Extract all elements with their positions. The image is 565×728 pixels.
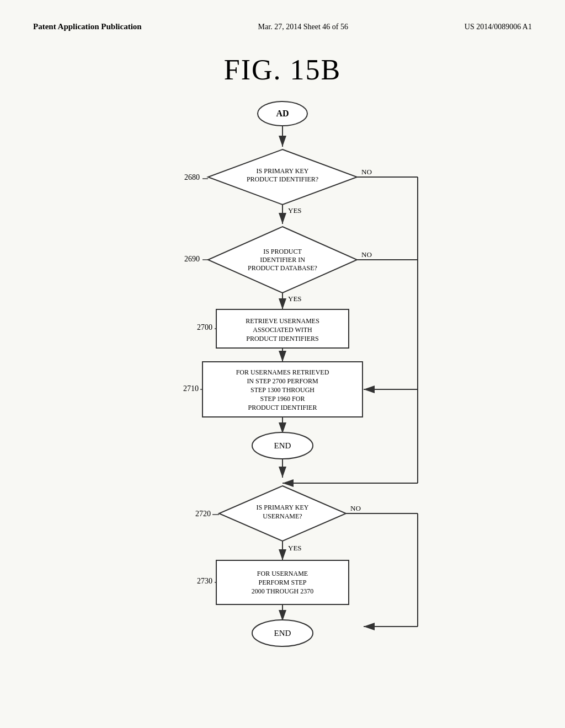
flowchart: AD IS PRIMARY KEY PRODUCT IDENTIFIER? 26… (76, 97, 489, 693)
svg-text:PERFORM STEP: PERFORM STEP (258, 579, 306, 586)
svg-text:ASSOCIATED WITH: ASSOCIATED WITH (253, 326, 312, 334)
svg-text:RETRIEVE USERNAMES: RETRIEVE USERNAMES (246, 317, 319, 325)
svg-text:NO: NO (350, 504, 361, 512)
svg-text:IS PRIMARY KEY: IS PRIMARY KEY (257, 504, 309, 511)
svg-text:2720: 2720 (195, 510, 211, 518)
svg-text:IS PRODUCT: IS PRODUCT (263, 248, 302, 255)
header-left: Patent Application Publication (33, 22, 142, 31)
svg-text:PRODUCT IDENTIFIERS: PRODUCT IDENTIFIERS (246, 335, 318, 342)
svg-text:PRODUCT DATABASE?: PRODUCT DATABASE? (248, 264, 317, 272)
svg-text:YES: YES (288, 295, 302, 303)
svg-text:2680: 2680 (184, 173, 200, 181)
svg-text:IS PRIMARY KEY: IS PRIMARY KEY (257, 167, 309, 175)
svg-text:STEP 1960 FOR: STEP 1960 FOR (260, 395, 305, 403)
svg-text:IDENTIFIER IN: IDENTIFIER IN (260, 256, 305, 264)
page: Patent Application Publication Mar. 27, … (0, 0, 565, 728)
svg-text:IN STEP 2700 PERFORM: IN STEP 2700 PERFORM (247, 377, 318, 385)
svg-text:END: END (274, 629, 291, 638)
svg-text:YES: YES (288, 544, 302, 552)
header-center: Mar. 27, 2014 Sheet 46 of 56 (258, 23, 348, 31)
svg-text:2690: 2690 (184, 255, 200, 263)
svg-text:PRODUCT IDENTIFIER?: PRODUCT IDENTIFIER? (247, 175, 318, 183)
svg-text:END: END (274, 441, 291, 450)
page-header: Patent Application Publication Mar. 27, … (33, 22, 532, 31)
svg-text:STEP 1300 THROUGH: STEP 1300 THROUGH (250, 386, 315, 394)
svg-text:USERNAME?: USERNAME? (263, 512, 302, 520)
svg-text:NO: NO (361, 250, 372, 259)
svg-text:2730: 2730 (197, 577, 212, 585)
svg-text:2000 THROUGH 2370: 2000 THROUGH 2370 (252, 587, 313, 595)
svg-text:2700: 2700 (197, 323, 212, 331)
svg-text:NO: NO (361, 168, 372, 176)
svg-text:AD: AD (276, 109, 289, 118)
header-right: US 2014/0089006 A1 (465, 23, 532, 31)
svg-text:YES: YES (288, 206, 302, 215)
svg-text:PRODUCT IDENTIFIER: PRODUCT IDENTIFIER (248, 404, 317, 411)
diagram-area: FIG. 15B AD IS PRIMARY KEY PRODUCT IDENT… (33, 48, 532, 693)
figure-title: FIG. 15B (224, 53, 341, 86)
svg-text:FOR USERNAME: FOR USERNAME (257, 570, 308, 577)
svg-text:FOR USERNAMES RETRIEVED: FOR USERNAMES RETRIEVED (236, 368, 329, 376)
svg-text:2710: 2710 (183, 384, 199, 393)
